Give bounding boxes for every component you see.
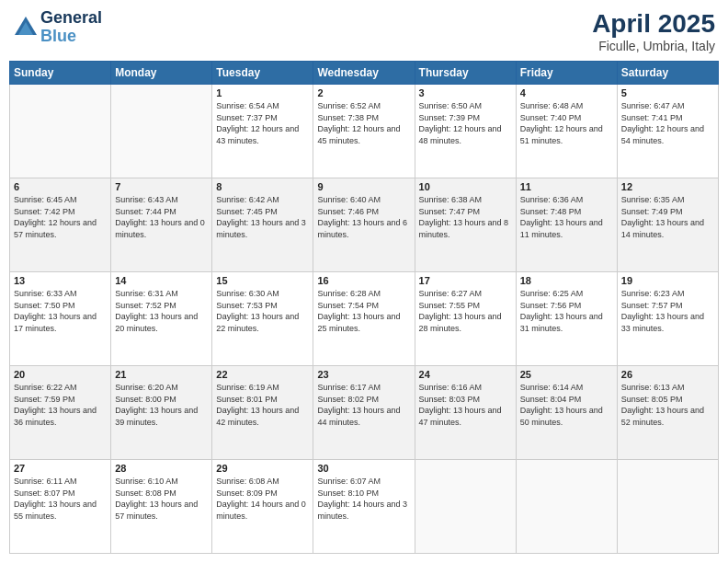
- day-info: Sunrise: 6:23 AMSunset: 7:57 PMDaylight:…: [621, 288, 714, 334]
- calendar-cell: 25Sunrise: 6:14 AMSunset: 8:04 PMDayligh…: [516, 366, 617, 460]
- calendar-cell: 23Sunrise: 6:17 AMSunset: 8:02 PMDayligh…: [313, 366, 415, 460]
- logo-text: General Blue: [40, 9, 102, 46]
- day-info: Sunrise: 6:27 AMSunset: 7:55 PMDaylight:…: [419, 288, 512, 334]
- day-info: Sunrise: 6:42 AMSunset: 7:45 PMDaylight:…: [216, 194, 309, 240]
- calendar-cell: 26Sunrise: 6:13 AMSunset: 8:05 PMDayligh…: [617, 366, 718, 460]
- day-number: 21: [115, 369, 208, 380]
- col-header-saturday: Saturday: [617, 62, 718, 85]
- day-info: Sunrise: 6:33 AMSunset: 7:50 PMDaylight:…: [14, 288, 107, 334]
- day-number: 2: [317, 87, 410, 98]
- calendar-cell: [516, 460, 617, 554]
- calendar-table: SundayMondayTuesdayWednesdayThursdayFrid…: [9, 61, 719, 554]
- calendar-cell: [10, 85, 111, 178]
- calendar-cell: 9Sunrise: 6:40 AMSunset: 7:46 PMDaylight…: [313, 178, 415, 272]
- calendar-cell: 18Sunrise: 6:25 AMSunset: 7:56 PMDayligh…: [516, 272, 617, 366]
- day-number: 18: [520, 275, 613, 286]
- calendar-week-0: 1Sunrise: 6:54 AMSunset: 7:37 PMDaylight…: [10, 85, 719, 178]
- col-header-wednesday: Wednesday: [313, 62, 415, 85]
- day-number: 15: [216, 275, 309, 286]
- title-block: April 2025 Ficulle, Umbria, Italy: [592, 9, 715, 53]
- calendar-week-4: 27Sunrise: 6:11 AMSunset: 8:07 PMDayligh…: [10, 460, 719, 554]
- day-number: 12: [621, 181, 714, 192]
- calendar-cell: 4Sunrise: 6:48 AMSunset: 7:40 PMDaylight…: [516, 85, 617, 178]
- day-number: 10: [419, 181, 512, 192]
- day-number: 17: [419, 275, 512, 286]
- calendar-cell: 19Sunrise: 6:23 AMSunset: 7:57 PMDayligh…: [617, 272, 718, 366]
- calendar-cell: 30Sunrise: 6:07 AMSunset: 8:10 PMDayligh…: [313, 460, 415, 554]
- day-number: 4: [520, 87, 613, 98]
- calendar-cell: 28Sunrise: 6:10 AMSunset: 8:08 PMDayligh…: [111, 460, 212, 554]
- col-header-monday: Monday: [111, 62, 212, 85]
- calendar-cell: 21Sunrise: 6:20 AMSunset: 8:00 PMDayligh…: [111, 366, 212, 460]
- calendar-cell: 15Sunrise: 6:30 AMSunset: 7:53 PMDayligh…: [212, 272, 313, 366]
- day-info: Sunrise: 6:31 AMSunset: 7:52 PMDaylight:…: [115, 288, 208, 334]
- calendar-cell: 14Sunrise: 6:31 AMSunset: 7:52 PMDayligh…: [111, 272, 212, 366]
- calendar-cell: 7Sunrise: 6:43 AMSunset: 7:44 PMDaylight…: [111, 178, 212, 272]
- day-info: Sunrise: 6:28 AMSunset: 7:54 PMDaylight:…: [317, 288, 410, 334]
- calendar-cell: 2Sunrise: 6:52 AMSunset: 7:38 PMDaylight…: [313, 85, 415, 178]
- day-info: Sunrise: 6:07 AMSunset: 8:10 PMDaylight:…: [317, 476, 410, 522]
- col-header-thursday: Thursday: [415, 62, 516, 85]
- calendar-week-3: 20Sunrise: 6:22 AMSunset: 7:59 PMDayligh…: [10, 366, 719, 460]
- day-number: 6: [14, 181, 107, 192]
- calendar-cell: 10Sunrise: 6:38 AMSunset: 7:47 PMDayligh…: [415, 178, 516, 272]
- calendar-cell: 27Sunrise: 6:11 AMSunset: 8:07 PMDayligh…: [10, 460, 111, 554]
- day-number: 28: [115, 463, 208, 474]
- page: General Blue April 2025 Ficulle, Umbria,…: [0, 0, 728, 563]
- calendar-cell: 5Sunrise: 6:47 AMSunset: 7:41 PMDaylight…: [617, 85, 718, 178]
- calendar-cell: 12Sunrise: 6:35 AMSunset: 7:49 PMDayligh…: [617, 178, 718, 272]
- day-info: Sunrise: 6:50 AMSunset: 7:39 PMDaylight:…: [419, 100, 512, 146]
- day-info: Sunrise: 6:54 AMSunset: 7:37 PMDaylight:…: [216, 100, 309, 146]
- day-info: Sunrise: 6:48 AMSunset: 7:40 PMDaylight:…: [520, 100, 613, 146]
- logo: General Blue: [13, 9, 102, 46]
- day-number: 30: [317, 463, 410, 474]
- day-number: 3: [419, 87, 512, 98]
- calendar-week-1: 6Sunrise: 6:45 AMSunset: 7:42 PMDaylight…: [10, 178, 719, 272]
- day-number: 1: [216, 87, 309, 98]
- day-number: 5: [621, 87, 714, 98]
- day-info: Sunrise: 6:22 AMSunset: 7:59 PMDaylight:…: [14, 382, 107, 428]
- day-info: Sunrise: 6:38 AMSunset: 7:47 PMDaylight:…: [419, 194, 512, 240]
- day-info: Sunrise: 6:16 AMSunset: 8:03 PMDaylight:…: [419, 382, 512, 428]
- calendar-cell: 22Sunrise: 6:19 AMSunset: 8:01 PMDayligh…: [212, 366, 313, 460]
- calendar-cell: 6Sunrise: 6:45 AMSunset: 7:42 PMDaylight…: [10, 178, 111, 272]
- day-info: Sunrise: 6:17 AMSunset: 8:02 PMDaylight:…: [317, 382, 410, 428]
- day-info: Sunrise: 6:45 AMSunset: 7:42 PMDaylight:…: [14, 194, 107, 240]
- header: General Blue April 2025 Ficulle, Umbria,…: [9, 9, 719, 53]
- day-info: Sunrise: 6:20 AMSunset: 8:00 PMDaylight:…: [115, 382, 208, 428]
- calendar-cell: 3Sunrise: 6:50 AMSunset: 7:39 PMDaylight…: [415, 85, 516, 178]
- col-header-friday: Friday: [516, 62, 617, 85]
- calendar-header-row: SundayMondayTuesdayWednesdayThursdayFrid…: [10, 62, 719, 85]
- day-number: 7: [115, 181, 208, 192]
- calendar-cell: 20Sunrise: 6:22 AMSunset: 7:59 PMDayligh…: [10, 366, 111, 460]
- day-info: Sunrise: 6:11 AMSunset: 8:07 PMDaylight:…: [14, 476, 107, 522]
- logo-line1: General: [40, 9, 102, 28]
- location: Ficulle, Umbria, Italy: [592, 39, 715, 53]
- day-number: 22: [216, 369, 309, 380]
- day-info: Sunrise: 6:13 AMSunset: 8:05 PMDaylight:…: [621, 382, 714, 428]
- calendar-cell: 29Sunrise: 6:08 AMSunset: 8:09 PMDayligh…: [212, 460, 313, 554]
- day-number: 19: [621, 275, 714, 286]
- calendar-week-2: 13Sunrise: 6:33 AMSunset: 7:50 PMDayligh…: [10, 272, 719, 366]
- day-info: Sunrise: 6:35 AMSunset: 7:49 PMDaylight:…: [621, 194, 714, 240]
- logo-icon: [13, 15, 39, 40]
- day-info: Sunrise: 6:43 AMSunset: 7:44 PMDaylight:…: [115, 194, 208, 240]
- day-info: Sunrise: 6:40 AMSunset: 7:46 PMDaylight:…: [317, 194, 410, 240]
- day-info: Sunrise: 6:19 AMSunset: 8:01 PMDaylight:…: [216, 382, 309, 428]
- day-info: Sunrise: 6:30 AMSunset: 7:53 PMDaylight:…: [216, 288, 309, 334]
- calendar-cell: [415, 460, 516, 554]
- day-info: Sunrise: 6:08 AMSunset: 8:09 PMDaylight:…: [216, 476, 309, 522]
- calendar-cell: [617, 460, 718, 554]
- col-header-sunday: Sunday: [10, 62, 111, 85]
- day-number: 14: [115, 275, 208, 286]
- day-number: 9: [317, 181, 410, 192]
- calendar-cell: 8Sunrise: 6:42 AMSunset: 7:45 PMDaylight…: [212, 178, 313, 272]
- day-number: 26: [621, 369, 714, 380]
- calendar-cell: 24Sunrise: 6:16 AMSunset: 8:03 PMDayligh…: [415, 366, 516, 460]
- col-header-tuesday: Tuesday: [212, 62, 313, 85]
- calendar-cell: [111, 85, 212, 178]
- calendar-cell: 11Sunrise: 6:36 AMSunset: 7:48 PMDayligh…: [516, 178, 617, 272]
- day-info: Sunrise: 6:10 AMSunset: 8:08 PMDaylight:…: [115, 476, 208, 522]
- day-number: 29: [216, 463, 309, 474]
- day-number: 16: [317, 275, 410, 286]
